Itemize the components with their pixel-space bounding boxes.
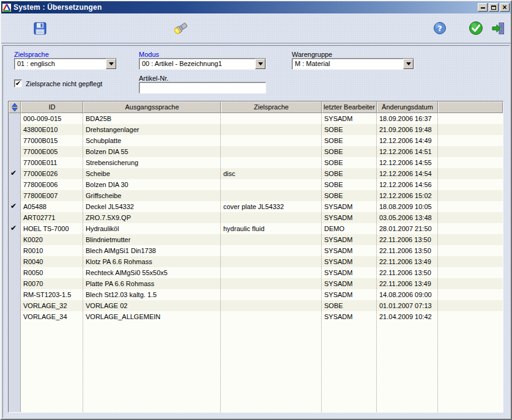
cell-id: R0010 bbox=[21, 245, 83, 256]
header-letzter-bearbeiter[interactable]: letzter Bearbeiter bbox=[322, 101, 377, 113]
artikel-nr-value bbox=[139, 83, 265, 93]
cell-empty bbox=[438, 113, 503, 124]
cell-id: VORLAGE_34 bbox=[21, 311, 83, 322]
cell-empty bbox=[438, 190, 503, 201]
cell-empty bbox=[438, 168, 503, 179]
close-icon: × bbox=[502, 4, 506, 10]
cell-ausgangssprache: Scheibe bbox=[83, 168, 221, 179]
cell-zielsprache bbox=[221, 135, 322, 146]
save-button[interactable] bbox=[32, 20, 48, 36]
table-row[interactable]: R0070Platte PA 6.6 RohmassSYSADM22.11.20… bbox=[9, 278, 503, 289]
cell-zielsprache: hydraulic fluid bbox=[221, 223, 322, 234]
cell-aenderungsdatum: 03.05.2006 13:48 bbox=[377, 212, 438, 223]
ok-button[interactable] bbox=[468, 20, 484, 36]
header-id[interactable]: ID bbox=[21, 101, 83, 113]
header-zielsprache[interactable]: Zielsprache bbox=[221, 101, 322, 113]
row-selector-cell bbox=[9, 135, 21, 146]
cell-zielsprache bbox=[221, 179, 322, 190]
app-logo-icon bbox=[2, 3, 12, 12]
table-header: ID Ausgangssprache Zielsprache letzter B… bbox=[9, 101, 503, 113]
zielsprache-nicht-gepflegt-checkbox[interactable]: ✔ bbox=[14, 79, 22, 87]
cell-aenderungsdatum: 22.11.2006 13:50 bbox=[377, 234, 438, 245]
cell-empty bbox=[438, 146, 503, 157]
warengruppe-value: M : Material bbox=[292, 59, 403, 69]
table-row[interactable]: 77000B015SchubplatteSOBE12.12.2006 14:49 bbox=[9, 135, 503, 146]
table-row[interactable]: ART02771ZRO.7.5X9.QPSYSADM03.05.2006 13:… bbox=[9, 212, 503, 223]
translations-table: ID Ausgangssprache Zielsprache letzter B… bbox=[8, 101, 503, 413]
modus-select[interactable]: 00 : Artikel - Bezeichnung1 bbox=[139, 58, 266, 70]
cell-letzter-bearbeiter: SYSADM bbox=[322, 267, 377, 278]
table-row[interactable]: ✔77000E026ScheibediscSOBE12.12.2006 14:5… bbox=[9, 168, 503, 179]
table-row[interactable]: 77800E006Bolzen DIA 30SOBE12.12.2006 14:… bbox=[9, 179, 503, 190]
cell-id: 77000B015 bbox=[21, 135, 83, 146]
cell-empty bbox=[438, 234, 503, 245]
table-row[interactable]: ✔HOEL TS-7000Hydraulikölhydraulic fluidD… bbox=[9, 223, 503, 234]
cell-empty bbox=[438, 267, 503, 278]
warengruppe-select[interactable]: M : Material bbox=[292, 58, 414, 70]
cell-letzter-bearbeiter: SOBE bbox=[322, 190, 377, 201]
sort-header-cell[interactable] bbox=[9, 101, 21, 113]
row-selector-cell bbox=[9, 300, 21, 311]
cell-letzter-bearbeiter: SOBE bbox=[322, 300, 377, 311]
cell-id: 43800E010 bbox=[21, 124, 83, 135]
modus-label: Modus bbox=[139, 51, 159, 58]
cell-letzter-bearbeiter: SYSADM bbox=[322, 278, 377, 289]
cell-zielsprache bbox=[221, 245, 322, 256]
warengruppe-label: Warengruppe bbox=[292, 51, 332, 58]
artikel-nr-input[interactable] bbox=[139, 82, 266, 94]
table-row[interactable]: VORLAGE_34VORLAGE_ALLGEMEINSYSADM21.04.2… bbox=[9, 311, 503, 322]
cell-zielsprache bbox=[221, 190, 322, 201]
exit-button[interactable] bbox=[490, 20, 506, 36]
cell-aenderungsdatum: 22.11.2006 13:49 bbox=[377, 278, 438, 289]
zielsprache-dropdown-button[interactable] bbox=[106, 59, 116, 69]
cell-aenderungsdatum: 12.12.2006 14:54 bbox=[377, 168, 438, 179]
row-selector-cell bbox=[9, 267, 21, 278]
table-row[interactable]: RM-ST1203-1.5Blech St12.03 kaltg. 1.5SYS… bbox=[9, 289, 503, 300]
table-row[interactable]: R0010Blech AlMgSi1 Din1738SYSADM22.11.20… bbox=[9, 245, 503, 256]
cell-letzter-bearbeiter: SOBE bbox=[322, 135, 377, 146]
cell-ausgangssprache: Bolzen DIA 55 bbox=[83, 146, 221, 157]
cell-aenderungsdatum: 21.09.2006 19:48 bbox=[377, 124, 438, 135]
maximize-button[interactable] bbox=[489, 3, 499, 12]
table-row[interactable]: 77800E007GriffscheibeSOBE12.12.2006 15:0… bbox=[9, 190, 503, 201]
table-row[interactable]: 43800E010DrehstangenlagerSOBE21.09.2006 … bbox=[9, 124, 503, 135]
cell-id: A05488 bbox=[21, 201, 83, 212]
warengruppe-dropdown-button[interactable] bbox=[403, 59, 414, 69]
cell-aenderungsdatum: 12.12.2006 15:02 bbox=[377, 190, 438, 201]
cell-empty bbox=[438, 256, 503, 267]
header-ausgangssprache[interactable]: Ausgangssprache bbox=[83, 101, 221, 113]
zielsprache-select[interactable]: 01 : englisch bbox=[14, 58, 117, 70]
search-button[interactable] bbox=[173, 20, 188, 36]
cell-letzter-bearbeiter: SOBE bbox=[322, 124, 377, 135]
table-row[interactable]: ✔A05488Deckel JL54332cover plate JL54332… bbox=[9, 201, 503, 212]
cell-ausgangssprache: ZRO.7.5X9.QP bbox=[83, 212, 221, 223]
row-check-icon: ✔ bbox=[9, 223, 21, 234]
cell-zielsprache bbox=[221, 267, 322, 278]
cell-ausgangssprache: BDA25B bbox=[83, 113, 221, 124]
cell-letzter-bearbeiter: SYSADM bbox=[322, 245, 377, 256]
header-empty[interactable] bbox=[438, 101, 503, 113]
titlebar[interactable]: System : Übersetzungen × bbox=[1, 1, 511, 13]
table-row[interactable]: 77000E011StrebensicherungSOBE12.12.2006 … bbox=[9, 157, 503, 168]
cell-letzter-bearbeiter: SYSADM bbox=[322, 289, 377, 300]
minimize-button[interactable] bbox=[478, 3, 488, 12]
header-aenderungsdatum[interactable]: Änderungsdatum bbox=[377, 101, 438, 113]
checkbox-check-icon: ✔ bbox=[15, 80, 21, 87]
chevron-down-icon bbox=[258, 62, 263, 68]
table-row[interactable]: 77000E005Bolzen DIA 55SOBE12.12.2006 14:… bbox=[9, 146, 503, 157]
table-row[interactable]: VORLAGE_32VORLAGE 02SOBE01.01.2007 07:13 bbox=[9, 300, 503, 311]
cell-id: R0040 bbox=[21, 256, 83, 267]
cell-letzter-bearbeiter: SYSADM bbox=[322, 201, 377, 212]
cell-letzter-bearbeiter: SOBE bbox=[322, 168, 377, 179]
table-row[interactable]: 000-009-015BDA25BSYSADM18.09.2006 16:37 bbox=[9, 113, 503, 124]
cell-aenderungsdatum: 22.11.2006 13:50 bbox=[377, 245, 438, 256]
sort-arrows-icon bbox=[12, 103, 18, 112]
help-button[interactable]: ? bbox=[432, 20, 448, 36]
table-row[interactable]: R0040Klotz PA 6.6 RohmassSYSADM22.11.200… bbox=[9, 256, 503, 267]
row-check-icon: ✔ bbox=[9, 168, 21, 179]
table-row[interactable]: R0050Rechteck AlMgSi0 55x50x5SYSADM22.11… bbox=[9, 267, 503, 278]
modus-dropdown-button[interactable] bbox=[255, 59, 265, 69]
row-selector-cell bbox=[9, 234, 21, 245]
close-button[interactable]: × bbox=[500, 3, 510, 12]
table-row[interactable]: K0020BlindnietmutterSYSADM22.11.2006 13:… bbox=[9, 234, 503, 245]
